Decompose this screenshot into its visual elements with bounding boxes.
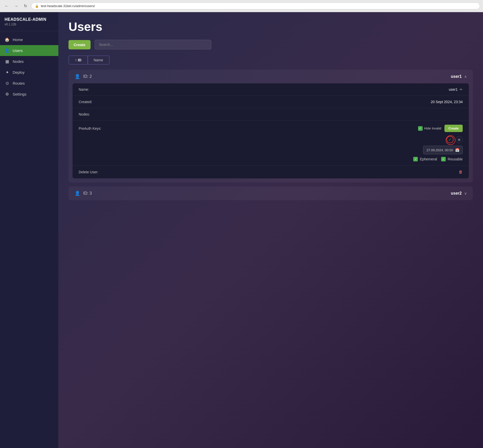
sidebar-item-home[interactable]: 🏠 Home xyxy=(0,34,58,45)
sort-tabs: ↑ ID Name xyxy=(68,55,110,65)
user-id-2: ID: 3 xyxy=(83,191,92,196)
nodes-label: Nodes: xyxy=(79,112,90,116)
sidebar-item-settings[interactable]: ⚙ Settings xyxy=(0,89,58,100)
user-card-header-2[interactable]: 👤 ID: 3 user2 ∨ xyxy=(68,186,473,200)
user-card-header-1[interactable]: 👤 ID: 2 user1 ∧ xyxy=(68,70,473,83)
toolbar: Create xyxy=(68,40,473,49)
user-name-1: user1 xyxy=(451,74,462,79)
detail-row-created: Created: 20 Sept 2024, 23:34 xyxy=(73,96,469,108)
user-details-1: Name: user1 ✏ Created: 20 Sept 2024, 23:… xyxy=(73,83,469,178)
calendar-icon: 📅 xyxy=(455,148,459,152)
ephemeral-checkbox[interactable]: ✓ xyxy=(413,157,418,161)
key-row: ✓ ⊗ xyxy=(79,136,463,143)
chevron-down-icon-2: ∨ xyxy=(464,191,467,195)
user-card-right-2: user2 ∨ xyxy=(451,191,467,196)
sort-tab-name[interactable]: Name xyxy=(88,56,109,64)
back-button[interactable]: ← xyxy=(3,3,10,9)
name-text: user1 xyxy=(449,87,458,91)
delete-row: Delete User: 🗑 xyxy=(73,166,469,178)
delete-user-icon[interactable]: 🗑 xyxy=(459,170,463,174)
sidebar-logo: HEADSCALE-ADMIN v0.1.12b xyxy=(0,12,58,31)
sidebar-label-home: Home xyxy=(13,38,23,42)
nodes-icon: ▦ xyxy=(5,59,10,64)
sidebar-item-routes[interactable]: ⊙ Routes xyxy=(0,78,58,89)
ephemeral-checkbox-label[interactable]: ✓ Ephemeral xyxy=(413,157,437,161)
detail-row-name: Name: user1 ✏ xyxy=(73,83,469,96)
sidebar-item-deploy[interactable]: ✦ Deploy xyxy=(0,67,58,78)
name-label: Name: xyxy=(79,87,89,91)
forward-button[interactable]: → xyxy=(13,3,20,9)
user-person-icon-1: 👤 xyxy=(75,74,80,79)
sidebar-label-deploy: Deploy xyxy=(13,70,25,74)
detail-row-nodes: Nodes: xyxy=(73,108,469,121)
ephemeral-text: Ephemeral xyxy=(420,157,437,161)
sidebar-item-users[interactable]: 👤 Users xyxy=(0,45,58,56)
checkbox-row: ✓ Ephemeral ✓ Reusable xyxy=(79,157,463,161)
key-delete-icon[interactable]: ⊗ xyxy=(456,136,463,143)
preauth-controls: ✓ Hide Invalid Create xyxy=(418,125,463,132)
sidebar-nav: 🏠 Home 👤 Users ▦ Nodes ✦ Deploy ⊙ Routes… xyxy=(0,31,58,103)
app-version: v0.1.12b xyxy=(5,23,16,26)
reusable-checkbox[interactable]: ✓ xyxy=(441,157,446,161)
created-label: Created: xyxy=(79,100,92,104)
settings-icon: ⚙ xyxy=(5,92,10,97)
user-person-icon-2: 👤 xyxy=(75,191,80,196)
datetime-input[interactable]: 27.09.2024, 00:50 📅 xyxy=(423,146,463,154)
sidebar-label-routes: Routes xyxy=(13,81,25,85)
reload-button[interactable]: ↻ xyxy=(22,3,29,9)
preauth-section: PreAuth Keys: ✓ Hide Invalid Create ✓ ⊗ xyxy=(73,121,469,166)
hide-invalid-label[interactable]: ✓ Hide Invalid xyxy=(418,126,441,131)
sort-tab-id[interactable]: ↑ ID xyxy=(68,55,88,65)
datetime-text: 27.09.2024, 00:50 xyxy=(426,148,453,152)
hide-invalid-checkbox[interactable]: ✓ xyxy=(418,126,423,131)
edit-name-icon[interactable]: ✏ xyxy=(460,87,463,91)
main-content: Users Create ↑ ID Name 👤 ID: 2 user1 ∧ xyxy=(58,12,483,448)
user-name-2: user2 xyxy=(451,191,462,196)
preauth-label: PreAuth Keys: xyxy=(79,126,101,130)
create-user-button[interactable]: Create xyxy=(68,40,91,49)
user-id-1: ID: 2 xyxy=(83,74,92,79)
search-input[interactable] xyxy=(95,40,211,49)
sidebar-label-settings: Settings xyxy=(13,92,26,96)
address-text: test-headscale.31bel.ru/admin/users/ xyxy=(41,4,95,8)
reusable-checkbox-label[interactable]: ✓ Reusable xyxy=(441,157,463,161)
users-icon: 👤 xyxy=(5,48,10,53)
hide-invalid-text: Hide Invalid xyxy=(424,126,441,130)
user-card-2: 👤 ID: 3 user2 ∨ xyxy=(68,186,473,200)
key-valid-icon[interactable]: ✓ xyxy=(446,136,454,143)
lock-icon: 🔒 xyxy=(35,4,39,8)
sidebar-item-nodes[interactable]: ▦ Nodes xyxy=(0,56,58,67)
preauth-header: PreAuth Keys: ✓ Hide Invalid Create xyxy=(79,125,463,132)
user-card-right-1: user1 ∧ xyxy=(451,74,467,79)
sidebar-label-nodes: Nodes xyxy=(13,59,24,64)
home-icon: 🏠 xyxy=(5,37,10,42)
routes-icon: ⊙ xyxy=(5,81,10,86)
address-bar[interactable]: 🔒 test-headscale.31bel.ru/admin/users/ xyxy=(31,3,480,9)
user-card-left-2: 👤 ID: 3 xyxy=(75,191,92,196)
page-title: Users xyxy=(68,20,473,34)
name-value: user1 ✏ xyxy=(449,87,463,91)
chevron-up-icon-1: ∧ xyxy=(464,74,467,79)
user-card-left-1: 👤 ID: 2 xyxy=(75,74,92,79)
create-preauth-key-button[interactable]: Create xyxy=(444,125,463,132)
delete-user-label: Delete User: xyxy=(79,170,98,174)
deploy-icon: ✦ xyxy=(5,70,10,75)
app-title: HEADSCALE-ADMIN xyxy=(5,17,46,22)
browser-chrome: ← → ↻ 🔒 test-headscale.31bel.ru/admin/us… xyxy=(0,0,483,12)
created-value: 20 Sept 2024, 23:34 xyxy=(431,100,463,104)
app-container: HEADSCALE-ADMIN v0.1.12b 🏠 Home 👤 Users … xyxy=(0,12,483,448)
sidebar: HEADSCALE-ADMIN v0.1.12b 🏠 Home 👤 Users … xyxy=(0,12,58,448)
sidebar-label-users: Users xyxy=(13,48,23,53)
reusable-text: Reusable xyxy=(448,157,463,161)
user-card-1: 👤 ID: 2 user1 ∧ Name: user1 ✏ xyxy=(68,70,473,182)
